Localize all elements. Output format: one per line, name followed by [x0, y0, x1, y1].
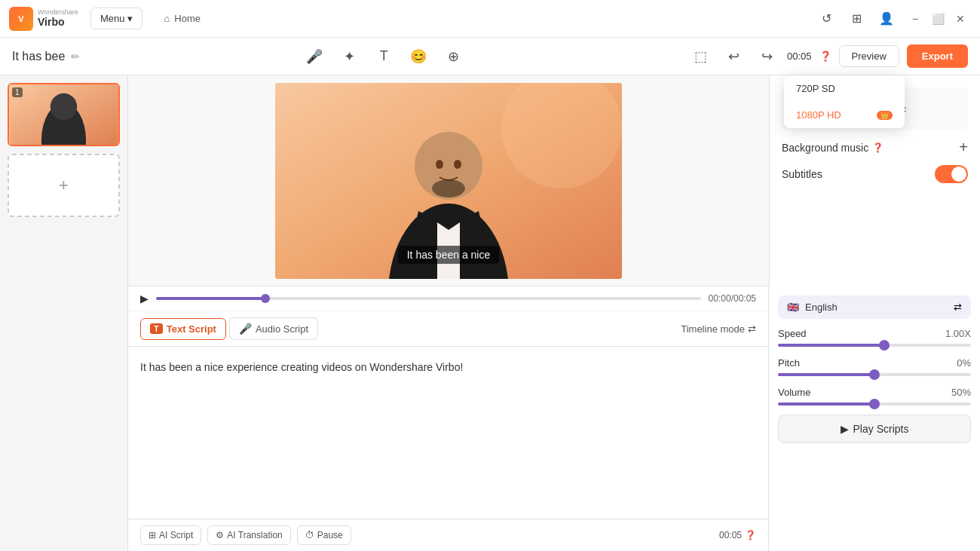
pitch-thumb[interactable] [869, 369, 880, 380]
effects-toolbar-button[interactable]: ✦ [336, 44, 362, 69]
timeline-mode-button[interactable]: Timeline mode ⇄ [681, 323, 756, 335]
add-slide-button[interactable]: + [8, 154, 120, 217]
switch-icon: ⇄ [748, 323, 756, 335]
audio-script-tab[interactable]: 🎤 Audio Script [229, 317, 318, 340]
tabs-left: T Text Script 🎤 Audio Script [140, 317, 318, 340]
speed-header: Speed 1.00X [778, 328, 971, 339]
pause-icon: ⏱ [305, 530, 314, 540]
duration-display: 00:05 [787, 51, 812, 62]
undo-button[interactable]: ↩ [721, 44, 746, 69]
edit-title-button[interactable]: ✏ [71, 51, 80, 63]
history-icon-button[interactable]: ↺ [814, 7, 838, 31]
svg-point-7 [436, 160, 443, 169]
fullscreen-button[interactable]: ⬚ [688, 44, 713, 69]
slide-1-thumbnail[interactable]: 1 [8, 83, 120, 146]
main-layout: 1 + [0, 75, 980, 551]
flag-icon: 🇬🇧 [787, 302, 799, 313]
playback-bar: ▶ 00:00/00:05 [128, 286, 768, 311]
speed-slider-row: Speed 1.00X [778, 328, 971, 347]
ai-script-icon: ⊞ [149, 530, 156, 540]
toolbar: 🎤 ✦ T 😊 ⊕ [302, 44, 466, 69]
video-area: It has been a nice [128, 75, 769, 286]
home-button[interactable]: ⌂ Home [155, 8, 210, 29]
sticker-toolbar-button[interactable]: 😊 [406, 44, 431, 69]
title-bar-left: V Wondershare Virbo Menu ▾ ⌂ Home [9, 7, 210, 31]
text-toolbar-button[interactable]: T [371, 44, 397, 69]
account-icon-button[interactable]: 👤 [874, 7, 899, 31]
menu-button[interactable]: Menu ▾ [90, 8, 143, 29]
volume-label: Volume [778, 387, 810, 398]
menu-label: Menu [100, 13, 125, 24]
bg-music-row: Background music ❓ + [782, 139, 968, 156]
svg-point-2 [51, 93, 77, 120]
speed-value: 1.00X [945, 328, 971, 339]
preview-button[interactable]: Preview [839, 45, 899, 67]
ai-translation-button[interactable]: ⚙ AI Translation [207, 525, 290, 545]
logo-text-block: Wondershare Virbo [38, 9, 78, 28]
speed-fill [778, 344, 884, 347]
volume-header: Volume 50% [778, 387, 971, 398]
play-scripts-button[interactable]: ▶ Play Scripts [778, 415, 971, 443]
timeline-thumb[interactable] [261, 294, 270, 303]
play-scripts-icon: ▶ [841, 423, 849, 435]
speed-track[interactable] [778, 344, 971, 347]
pause-button[interactable]: ⏱ Pause [297, 525, 351, 545]
sub-header-left: It has bee ✏ [12, 50, 80, 63]
volume-slider-row: Volume 50% [778, 387, 971, 406]
ai-script-button[interactable]: ⊞ AI Script [140, 525, 201, 545]
chevron-down-icon: ▾ [127, 13, 133, 24]
speed-label: Speed [778, 328, 807, 339]
dropdown-720p-option[interactable]: 720P SD [784, 75, 905, 102]
script-bottom-bar: ⊞ AI Script ⚙ AI Translation ⏱ Pause [128, 519, 768, 551]
center-right-panel: It has been a nice Background music Back… [128, 75, 980, 551]
pitch-track[interactable] [778, 373, 971, 376]
volume-thumb[interactable] [869, 399, 880, 409]
add-toolbar-button[interactable]: ⊕ [440, 44, 466, 69]
hd-badge: 👑 [877, 111, 893, 120]
export-button[interactable]: Export [907, 44, 968, 68]
sliders-group: Speed 1.00X Pitch 0% [778, 328, 971, 406]
pitch-fill [778, 373, 874, 376]
sub-header-right: ⬚ ↩ ↪ 00:05 ❓ Preview Export [688, 44, 968, 69]
bottom-area: ▶ 00:00/00:05 T Text Script [128, 286, 980, 551]
toggle-knob [951, 167, 966, 182]
play-button[interactable]: ▶ [140, 292, 149, 305]
slides-panel: 1 + [0, 75, 128, 551]
app-logo: V [9, 7, 33, 31]
time-counter: 00:00/00:05 [709, 293, 756, 304]
help-icon: ❓ [819, 51, 831, 62]
video-subtitle: It has been a nice [398, 246, 500, 264]
script-text: It has been a nice experience creating v… [140, 359, 756, 375]
swap-icon: ⇄ [954, 302, 962, 313]
dropdown-1080p-option[interactable]: 1080P HD 👑 [784, 102, 905, 128]
pitch-label: Pitch [778, 357, 800, 369]
lang-left: 🇬🇧 English [787, 302, 838, 313]
microphone-toolbar-button[interactable]: 🎤 [302, 44, 327, 69]
voice-settings-panel: 🇬🇧 English ⇄ Speed 1.00X [769, 286, 980, 551]
language-selector[interactable]: 🇬🇧 English ⇄ [778, 295, 971, 319]
volume-track[interactable] [778, 403, 971, 406]
redo-button[interactable]: ↪ [754, 44, 779, 69]
help-duration-icon: ❓ [745, 530, 756, 540]
timeline-track[interactable] [156, 297, 701, 300]
text-script-tab[interactable]: T Text Script [140, 318, 226, 340]
pitch-header: Pitch 0% [778, 357, 971, 369]
maximize-button[interactable]: ⬜ [927, 8, 948, 29]
translate-icon: ⚙ [216, 530, 224, 540]
speed-thumb[interactable] [879, 340, 890, 350]
script-text-area[interactable]: It has been a nice experience creating v… [128, 347, 768, 519]
home-icon: ⌂ [164, 13, 170, 24]
script-tabs: T Text Script 🎤 Audio Script Timeline mo… [128, 311, 768, 347]
subtitles-label: Subtitles [782, 168, 822, 180]
close-button[interactable]: ✕ [950, 8, 971, 29]
title-bar-right: ↺ ⊞ 👤 − ⬜ ✕ [814, 7, 971, 31]
pitch-value: 0% [957, 357, 971, 369]
play-scripts-label: Play Scripts [853, 423, 909, 435]
add-music-button[interactable]: + [959, 139, 968, 156]
subtitles-toggle[interactable] [935, 165, 968, 183]
text-icon: T [150, 323, 163, 334]
minimize-button[interactable]: − [905, 8, 926, 29]
sub-header: It has bee ✏ 🎤 ✦ T 😊 ⊕ ⬚ ↩ ↪ 00:05 ❓ Pre… [0, 38, 980, 75]
question-icon: ❓ [872, 142, 884, 153]
grid-icon-button[interactable]: ⊞ [844, 7, 868, 31]
